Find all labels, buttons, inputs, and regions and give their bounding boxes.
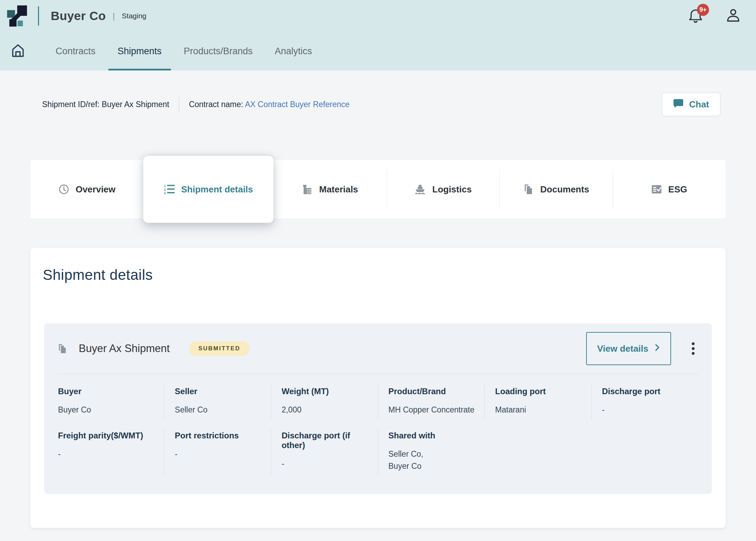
svg-text:3: 3 — [164, 191, 166, 195]
shipment-summary-card: Buyer Ax Shipment SUBMITTED View details — [44, 323, 712, 494]
tab-label: ESG — [668, 184, 687, 195]
tab-esg[interactable]: ESG — [613, 160, 726, 219]
app-header: Buyer Co | Staging 9+ — [0, 0, 756, 32]
field-buyer: Buyer Buyer Co — [57, 385, 164, 419]
field-label: Shared with — [388, 431, 480, 440]
field-label: Loading port — [495, 387, 587, 396]
nav-item-analytics[interactable]: Analytics — [265, 32, 321, 70]
contract-name-link[interactable]: AX Contract Buyer Reference — [245, 100, 350, 109]
tab-documents[interactable]: Documents — [500, 160, 612, 219]
chat-button-label: Chat — [689, 99, 709, 110]
nav-item-contracts[interactable]: Contracts — [46, 32, 105, 70]
field-label: Discharge port (if other) — [282, 431, 374, 450]
field-value: - — [175, 448, 266, 461]
company-logo-icon — [6, 4, 28, 28]
field-freight-parity: Freight parity($/WMT) - — [57, 429, 164, 475]
more-options-button[interactable] — [688, 338, 698, 359]
field-value: 2,000 — [282, 404, 374, 416]
field-label: Product/Brand — [388, 387, 480, 396]
env-label: Staging — [122, 12, 146, 20]
tab-overview[interactable]: Overview — [30, 160, 143, 219]
section-title: Shipment details — [43, 267, 713, 283]
field-weight: Weight (MT) 2,000 — [271, 385, 378, 419]
logo-divider — [38, 6, 39, 26]
shipment-ref-row: Shipment ID/ref: Buyer Ax Shipment Contr… — [42, 93, 720, 116]
contract-name-label: Contract name: — [189, 100, 245, 109]
view-details-label: View details — [597, 343, 648, 354]
field-loading-port: Loading port Matarani — [484, 385, 591, 419]
chevron-right-icon — [655, 343, 660, 354]
tab-label: Logistics — [432, 184, 472, 195]
home-button[interactable] — [6, 32, 30, 70]
page: Buyer Co | Staging 9+ — [0, 0, 756, 541]
field-port-restrictions: Port restrictions - — [164, 429, 271, 475]
shipment-tab-bar: Overview 1 2 3 Shipment details — [30, 160, 726, 219]
clock-icon — [58, 184, 69, 195]
notifications-button[interactable]: 9+ — [688, 8, 703, 24]
field-value: - — [58, 448, 160, 461]
field-seller: Seller Seller Co — [164, 385, 271, 419]
tab-materials[interactable]: Materials — [273, 160, 386, 219]
tab-label: Materials — [319, 184, 358, 195]
field-label: Port restrictions — [175, 431, 266, 440]
card-header-divider — [57, 374, 698, 374]
esg-checklist-icon — [651, 184, 662, 195]
field-shared-with: Shared with Seller Co, Buyer Co — [378, 429, 484, 475]
shipment-details-panel: Shipment details Buyer Ax Shipment SUBMI… — [30, 248, 726, 528]
shipment-title: Buyer Ax Shipment — [79, 342, 170, 355]
field-discharge-port: Discharge port - — [591, 385, 698, 419]
notification-count-badge: 9+ — [697, 4, 709, 16]
tab-label: Documents — [540, 184, 589, 195]
app-name: Buyer Co — [51, 9, 106, 23]
tab-label: Overview — [76, 184, 116, 195]
field-label: Discharge port — [602, 387, 694, 396]
shipment-fields-grid: Buyer Buyer Co Seller Seller Co Weight (… — [57, 385, 698, 475]
documents-icon — [523, 184, 534, 195]
empty-cell — [591, 429, 698, 475]
person-icon — [726, 18, 741, 24]
status-badge: SUBMITTED — [189, 341, 250, 356]
primary-nav: Contracts Shipments Products/Brands Anal… — [0, 32, 756, 70]
numbered-list-icon: 1 2 3 — [164, 184, 175, 195]
field-value: Matarani — [495, 404, 587, 416]
chat-button[interactable]: Chat — [662, 93, 720, 116]
field-discharge-port-other: Discharge port (if other) - — [271, 429, 378, 475]
field-label: Buyer — [58, 387, 160, 396]
home-icon — [11, 44, 25, 59]
svg-text:1: 1 — [164, 184, 166, 188]
account-button[interactable] — [726, 7, 741, 25]
field-value: - — [602, 404, 694, 416]
ref-divider — [179, 97, 179, 112]
field-value: Seller Co, Buyer Co — [388, 448, 480, 473]
svg-text:2: 2 — [164, 188, 166, 191]
chat-bubble-icon — [673, 98, 684, 111]
nav-item-products-brands[interactable]: Products/Brands — [174, 32, 262, 70]
shared-with-line-2: Buyer Co — [388, 460, 480, 473]
shipment-id-text: Shipment ID/ref: Buyer Ax Shipment — [42, 100, 169, 109]
field-value: MH Copper Concentrate — [388, 404, 480, 416]
view-details-button[interactable]: View details — [586, 332, 671, 365]
tab-logistics[interactable]: Logistics — [387, 160, 500, 219]
field-value: - — [282, 458, 374, 470]
factory-icon — [302, 184, 313, 195]
contract-name-text: Contract name: AX Contract Buyer Referen… — [189, 100, 349, 109]
tab-shipment-details[interactable]: 1 2 3 Shipment details — [143, 156, 273, 223]
tab-label: Shipment details — [181, 184, 253, 195]
env-separator: | — [113, 11, 115, 21]
empty-cell — [484, 429, 591, 475]
field-value: Seller Co — [175, 404, 266, 416]
copy-file-icon — [57, 343, 68, 354]
shipment-card-header: Buyer Ax Shipment SUBMITTED View details — [57, 332, 698, 366]
field-value: Buyer Co — [58, 404, 160, 416]
ship-icon — [414, 184, 426, 195]
field-label: Weight (MT) — [282, 387, 374, 396]
field-label: Freight parity($/WMT) — [58, 431, 160, 440]
nav-item-shipments[interactable]: Shipments — [108, 32, 171, 70]
shared-with-line-1: Seller Co, — [388, 448, 480, 461]
field-label: Seller — [175, 387, 266, 396]
field-product-brand: Product/Brand MH Copper Concentrate — [378, 385, 484, 419]
